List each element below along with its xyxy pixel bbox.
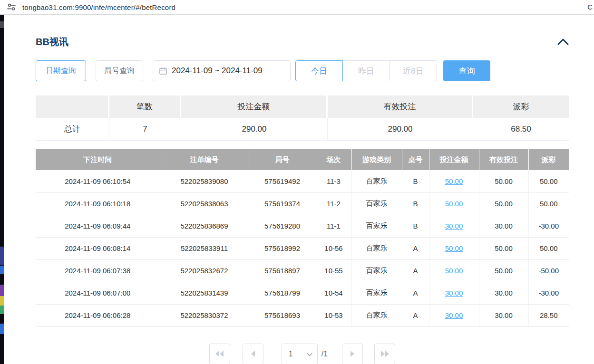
records-body: 2024-11-09 06:10:54 522025839080 5756194… <box>36 170 569 326</box>
round-no-cell: 575618693 <box>249 304 316 326</box>
bet-no-cell: 522025838063 <box>160 192 249 215</box>
summary-header-bet-amount: 投注金额 <box>181 96 328 118</box>
summary-valid-bet-value: 290.00 <box>328 118 473 141</box>
date-range-value: 2024-11-09 ~ 2024-11-09 <box>172 66 263 76</box>
table-no-cell: A <box>402 259 429 282</box>
bet-amount-link[interactable]: 50.00 <box>445 267 463 275</box>
col-game-type: 游戏类别 <box>351 149 402 170</box>
bet-amount-link[interactable]: 50.00 <box>445 177 463 185</box>
bet-time-cell: 2024-11-09 06:10:18 <box>36 192 160 215</box>
today-button[interactable]: 今日 <box>295 60 343 81</box>
bet-amount-link[interactable]: 30.00 <box>445 289 463 297</box>
table-no-cell: B <box>402 192 429 215</box>
bet-no-cell: 522025832672 <box>160 259 249 282</box>
payout-cell: 50.00 <box>528 237 569 259</box>
bet-amount-link[interactable]: 30.00 <box>445 311 463 319</box>
search-button[interactable]: 查询 <box>443 60 490 81</box>
payout-cell: -50.00 <box>528 259 569 282</box>
date-range-input[interactable]: 2024-11-09 ~ 2024-11-09 <box>153 60 291 81</box>
last-page-button[interactable] <box>374 344 395 364</box>
panel-header: BB视讯 <box>36 36 569 48</box>
game-type-cell: 百家乐 <box>351 304 402 326</box>
game-type-cell: 百家乐 <box>351 215 402 237</box>
next-page-button[interactable] <box>342 344 363 364</box>
payout-cell: 28.50 <box>528 304 569 326</box>
bet-time-cell: 2024-11-09 06:07:38 <box>36 259 160 282</box>
session-cell: 10-56 <box>316 237 351 259</box>
summary-header-row: 笔数 投注金额 有效投注 派彩 <box>36 96 569 118</box>
summary-header-blank <box>36 96 109 118</box>
bet-amount-link[interactable]: 50.00 <box>445 200 463 208</box>
round-no-cell: 575618897 <box>249 259 316 282</box>
first-page-button[interactable] <box>209 344 230 364</box>
bet-time-cell: 2024-11-09 06:06:28 <box>36 304 160 326</box>
game-type-cell: 百家乐 <box>351 170 402 192</box>
table-row: 2024-11-09 06:10:18 522025838063 5756193… <box>36 192 569 215</box>
round-no-cell: 575619492 <box>249 170 316 192</box>
screen: tongbao31.com:9900/infe/mcenter/#/betRec… <box>0 0 594 364</box>
summary-header-count: 笔数 <box>109 96 181 118</box>
valid-bet-cell: 50.00 <box>479 237 528 259</box>
site-settings-icon[interactable] <box>7 2 16 12</box>
summary-payout-value: 68.50 <box>473 118 569 141</box>
date-query-button[interactable]: 日期查询 <box>36 60 86 81</box>
payout-cell: 50.00 <box>528 170 569 192</box>
valid-bet-cell: 30.00 <box>479 282 528 304</box>
pagination: 1 /1 <box>36 344 569 364</box>
table-no-cell: A <box>402 237 429 259</box>
payout-cell: 50.00 <box>528 192 569 215</box>
valid-bet-cell: 30.00 <box>479 304 528 326</box>
bet-time-cell: 2024-11-09 06:09:44 <box>36 215 160 237</box>
bet-amount-link[interactable]: 50.00 <box>445 244 463 252</box>
browser-bar-right-fragment: C <box>587 3 593 11</box>
round-no-cell: 575619374 <box>249 192 316 215</box>
round-no-cell: 575618799 <box>249 282 316 304</box>
last-8-days-button[interactable]: 近8日 <box>390 60 437 81</box>
bet-no-cell: 522025839080 <box>160 170 249 192</box>
session-cell: 11-3 <box>316 170 351 192</box>
valid-bet-cell: 30.00 <box>479 215 528 237</box>
summary-header-payout: 派彩 <box>473 96 569 118</box>
page-title: BB视讯 <box>36 36 68 48</box>
bet-amount-cell: 50.00 <box>429 192 479 215</box>
chevron-up-icon[interactable] <box>557 38 569 45</box>
quick-range-group: 今日 昨日 近8日 <box>295 60 437 81</box>
bet-amount-cell: 30.00 <box>429 215 479 237</box>
filter-toolbar: 日期查询 局号查询 2024-11-09 ~ 2024-11-09 今日 昨日 … <box>36 60 569 81</box>
prev-page-button[interactable] <box>243 344 263 364</box>
browser-address-bar: tongbao31.com:9900/infe/mcenter/#/betRec… <box>0 0 594 15</box>
chevron-right-icon <box>350 351 355 357</box>
payout-cell: -30.00 <box>528 215 569 237</box>
table-row: 2024-11-09 06:07:38 522025832672 5756188… <box>36 259 569 282</box>
page-select[interactable]: 1 <box>282 344 318 364</box>
session-cell: 11-2 <box>316 192 351 215</box>
round-no-cell: 575618992 <box>249 237 316 259</box>
game-type-cell: 百家乐 <box>351 237 402 259</box>
game-type-cell: 百家乐 <box>351 259 402 282</box>
bet-time-cell: 2024-11-09 06:08:14 <box>36 237 160 259</box>
bet-record-panel: BB视讯 日期查询 局号查询 2024-1 <box>4 15 594 364</box>
table-no-cell: B <box>402 215 429 237</box>
chevron-left-icon <box>251 351 255 357</box>
summary-count-value: 7 <box>109 118 181 141</box>
double-chevron-left-icon <box>215 351 224 357</box>
summary-bet-amount-value: 290.00 <box>181 118 328 141</box>
game-type-cell: 百家乐 <box>351 192 402 215</box>
bet-amount-cell: 50.00 <box>429 170 479 192</box>
bet-amount-cell: 50.00 <box>429 237 479 259</box>
valid-bet-cell: 50.00 <box>479 259 528 282</box>
yesterday-button[interactable]: 昨日 <box>342 60 390 81</box>
bet-time-cell: 2024-11-09 06:07:00 <box>36 282 160 304</box>
bet-amount-link[interactable]: 30.00 <box>445 222 463 230</box>
chevron-down-icon <box>307 350 312 358</box>
table-row: 2024-11-09 06:10:54 522025839080 5756194… <box>36 170 569 192</box>
table-row: 2024-11-09 06:09:44 522025836869 5756192… <box>36 215 569 237</box>
url-text[interactable]: tongbao31.com:9900/infe/mcenter/#/betRec… <box>22 3 175 11</box>
session-cell: 10-54 <box>316 282 351 304</box>
bet-no-cell: 522025830372 <box>160 304 249 326</box>
valid-bet-cell: 50.00 <box>479 170 528 192</box>
game-type-cell: 百家乐 <box>351 282 402 304</box>
col-round-no: 局号 <box>249 149 316 170</box>
round-query-button[interactable]: 局号查询 <box>96 60 143 81</box>
bet-no-cell: 522025833911 <box>160 237 249 259</box>
